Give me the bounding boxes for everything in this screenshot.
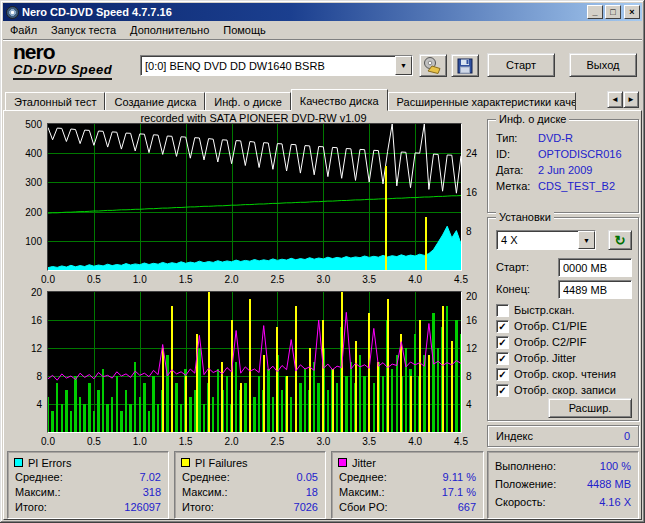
checkbox-row-5[interactable]: ✓Отобр. скор. записи (496, 382, 636, 398)
checkbox-row-2[interactable]: ✓Отобр. C2/PIF (496, 334, 636, 350)
checkbox[interactable]: ✓ (496, 336, 509, 349)
checkbox[interactable]: ✓ (496, 384, 509, 397)
y-axis-tick-right: 16 (466, 187, 477, 198)
start-position-label: Старт: (496, 261, 529, 273)
title-bar[interactable]: Nero CD-DVD Speed 4.7.7.16 _ □ × (3, 3, 642, 21)
progress-row-value: 4488 MB (587, 478, 631, 494)
start-button[interactable]: Старт (487, 53, 555, 77)
progress-row-value: 4.16 X (599, 496, 631, 512)
pi-errors-color-swatch (14, 458, 23, 467)
checkbox[interactable]: ✓ (496, 368, 509, 381)
x-axis-tick: 4.0 (402, 436, 428, 447)
x-axis-tick: 2.0 (219, 274, 245, 285)
menu-item-0[interactable]: Файл (3, 22, 44, 38)
tab-0[interactable]: Эталонный тест (5, 92, 105, 111)
eject-disc-button[interactable] (419, 54, 447, 77)
menu-item-2[interactable]: Дополнительно (123, 22, 216, 38)
jitter-row-label: Среднее: (339, 471, 387, 484)
tab-scroll-left-button[interactable]: ◄ (607, 91, 623, 108)
tab-4[interactable]: Расширенные характеристики качества дис (388, 92, 576, 111)
checkbox-row-3[interactable]: ✓Отобр. Jitter (496, 350, 636, 366)
checkbox[interactable]: ✓ (496, 320, 509, 333)
progress-row-0: Выполнено:100 % (490, 459, 636, 477)
disc-info-value: CDS_TEST_B2 (538, 180, 615, 196)
tab-1[interactable]: Создание диска (105, 92, 205, 111)
app-window: Nero CD-DVD Speed 4.7.7.16 _ □ × ФайлЗап… (0, 0, 645, 523)
y-axis-tick-left: 8 (7, 371, 42, 382)
advanced-button[interactable]: Расшир. (548, 398, 632, 418)
disc-info-caption: Инф. о диске (496, 113, 569, 125)
menu-item-1[interactable]: Запуск теста (44, 22, 123, 38)
pi-errors-row-0: Среднее:7.02 (10, 470, 166, 485)
save-icon (456, 57, 474, 75)
pi-failures-row-value: 7026 (294, 501, 318, 514)
pi-errors-row-value: 126097 (124, 501, 161, 514)
start-position-input[interactable] (558, 258, 632, 277)
disc-info-row-3: Метка:CDS_TEST_B2 (496, 180, 634, 196)
pi-failures-color-swatch (181, 458, 190, 467)
y-axis-tick-left: 12 (7, 343, 42, 354)
tab-scroll-right-button[interactable]: ► (623, 91, 639, 108)
x-axis-tick: 0.5 (81, 436, 107, 447)
y-axis-tick-left: 500 (7, 119, 42, 130)
close-button[interactable]: × (624, 5, 640, 19)
checkbox-label: Отобр. скор. записи (514, 384, 616, 396)
pi-failures-row-label: Среднее: (182, 471, 230, 484)
y-axis-tick-right: 8 (466, 226, 472, 237)
menu-item-3[interactable]: Помощь (216, 22, 273, 38)
jitter-color-swatch (338, 458, 347, 467)
save-button[interactable] (451, 54, 479, 77)
x-axis-tick: 0.0 (35, 274, 61, 285)
pi-errors-header: PI Errors (8, 452, 168, 470)
pi-failures-row-label: Итого: (182, 501, 214, 514)
x-axis-tick: 3.0 (310, 436, 336, 447)
disc-info-label: Метка: (496, 180, 538, 196)
disc-info-label: Дата: (496, 164, 538, 180)
speed-select-value: 4 X (497, 234, 578, 246)
settings-group: Установки 4 X ▼ ↻ Старт: Конец: Быстр.ск… (487, 217, 639, 421)
jitter-row-1: Максим.:17.1 % (334, 485, 481, 500)
checkbox-row-0[interactable]: Быстр.скан. (496, 302, 636, 318)
pi-failures-row-value: 0.05 (297, 471, 318, 484)
exit-button[interactable]: Выход (569, 53, 637, 77)
y-axis-tick-left: 4 (7, 399, 42, 410)
pi-failures-header: PI Failures (175, 452, 325, 470)
drive-selector-value: [0:0] BENQ DVD DD DW1640 BSRB (141, 60, 395, 72)
checkbox-row-1[interactable]: ✓Отобр. C1/PIE (496, 318, 636, 334)
progress-row-label: Положение: (495, 478, 556, 494)
jitter-row-value: 9.11 % (443, 471, 476, 484)
progress-row-2: Скорость:4.16 X (490, 495, 636, 513)
checkbox[interactable]: ✓ (496, 352, 509, 365)
checkbox[interactable] (496, 304, 509, 317)
chevron-down-icon[interactable]: ▼ (395, 56, 412, 75)
checkbox-label: Отобр. скор. чтения (514, 368, 616, 380)
app-icon (6, 6, 19, 19)
pi-errors-row-value: 318 (143, 486, 161, 499)
pi-failures-row-1: Максим.:18 (177, 485, 323, 500)
y-axis-tick-right: 8 (466, 371, 472, 382)
disc-info-value: OPTODISCR016 (538, 148, 622, 164)
checkbox-row-4[interactable]: ✓Отобр. скор. чтения (496, 366, 636, 382)
x-axis-tick: 0.5 (81, 274, 107, 285)
y-axis-tick-left: 100 (7, 236, 42, 247)
end-position-input[interactable] (558, 280, 632, 299)
x-axis-tick: 1.5 (173, 436, 199, 447)
index-value: 0 (624, 430, 630, 442)
refresh-button[interactable]: ↻ (608, 230, 632, 250)
speed-select[interactable]: 4 X ▼ (496, 230, 596, 250)
toolbar: nero CD·DVD Speed [0:0] BENQ DVD DD DW16… (3, 41, 642, 88)
minimize-button[interactable]: _ (587, 5, 603, 19)
x-axis-tick: 1.0 (127, 274, 153, 285)
jitter-panel: Jitter Среднее:9.11 %Максим.:17.1 %Сбои … (331, 451, 484, 519)
tab-scroll-buttons: ◄ ► (607, 91, 639, 108)
jitter-row-value: 17.1 % (442, 486, 476, 499)
x-axis-tick: 1.5 (173, 274, 199, 285)
tab-2[interactable]: Инф. о диске (205, 92, 290, 111)
maximize-button[interactable]: □ (605, 5, 621, 19)
drive-selector[interactable]: [0:0] BENQ DVD DD DW1640 BSRB ▼ (140, 55, 413, 76)
chevron-down-icon[interactable]: ▼ (578, 231, 595, 249)
tab-3[interactable]: Качество диска (291, 89, 388, 111)
chart-plot (47, 291, 462, 433)
nero-logo: nero CD·DVD Speed (13, 42, 112, 80)
pi-failures-row-0: Среднее:0.05 (177, 470, 323, 485)
